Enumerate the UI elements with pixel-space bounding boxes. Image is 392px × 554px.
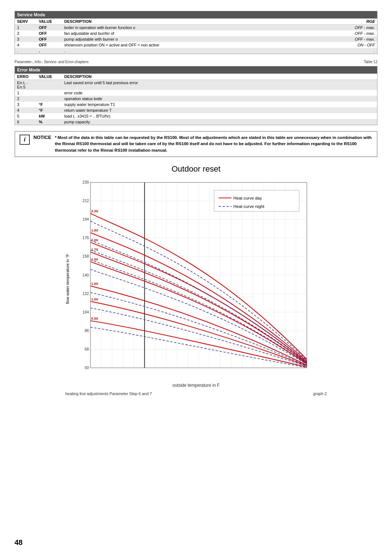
service-row: 3 OFF pump adjustable with burner o OFF … xyxy=(15,36,377,42)
service-row: 4 OFF showroom position ON = active and … xyxy=(15,42,377,48)
svg-text:Heat curve night: Heat curve night xyxy=(233,204,265,209)
service-row: . . . . xyxy=(15,48,377,54)
chart-footer-left: heating line adjustments Parameter Step … xyxy=(65,391,152,396)
svg-text:212: 212 xyxy=(82,198,89,203)
svg-text:86: 86 xyxy=(85,328,89,333)
chart-footer-right: graph 2 xyxy=(313,391,327,396)
svg-text:194: 194 xyxy=(82,217,89,221)
svg-text:2.30: 2.30 xyxy=(91,209,98,213)
range-cell: OFF - max. xyxy=(334,30,377,36)
svg-text:1.80: 1.80 xyxy=(91,228,98,232)
serv-cell: . xyxy=(15,48,37,54)
serv-cell: 4 xyxy=(15,42,37,48)
page-number: 48 xyxy=(15,538,23,547)
serv-col-header: SERV xyxy=(15,19,37,25)
svg-text:Heat curve day: Heat curve day xyxy=(233,195,262,200)
serv-cell: 2 xyxy=(15,30,37,36)
parameter-note: Parameter-, Info-, Service- and Error-ch… xyxy=(15,60,89,64)
svg-text:68: 68 xyxy=(85,347,89,351)
service-mode-header: Service Mode xyxy=(15,11,377,19)
error-value-cell xyxy=(37,90,62,96)
chart-title: Outdoor reset xyxy=(65,164,327,174)
desc-cell: pump adjustable with burner o xyxy=(62,36,334,42)
error-desc-cell: Last saved error until 5 last previous e… xyxy=(62,80,377,90)
erro-cell: Err.L - Err.5 xyxy=(15,80,37,90)
error-value-cell: kW xyxy=(37,113,62,119)
error-desc-cell: pump capacity xyxy=(62,119,377,125)
serv-cell: 3 xyxy=(15,36,37,42)
erro-cell: 3 xyxy=(15,102,37,107)
erro-cell: 5 xyxy=(15,113,37,119)
svg-text:0.50: 0.50 xyxy=(91,316,98,320)
error-mode-header: Error Mode xyxy=(15,66,377,74)
svg-text:2.00: 2.00 xyxy=(91,238,98,242)
desc-cell: boiler in operation with burner function… xyxy=(62,25,334,31)
error-row: 1 error code xyxy=(15,90,377,96)
svg-text:1.50: 1.50 xyxy=(91,257,98,261)
error-desc-cell: return water temperature T xyxy=(62,107,377,113)
error-row: 6 % pump capacity xyxy=(15,119,377,125)
error-desc-cell: load (.. x3415 = .. BTU/hr) xyxy=(62,113,377,119)
chart-x-label: outside temperature in F xyxy=(65,383,327,388)
serv-cell: 1 xyxy=(15,25,37,31)
notice-text: * Most of the data in this table can be … xyxy=(55,135,372,153)
service-mode-table: Service Mode SERV VALUE DESCRIPTION RGE … xyxy=(15,11,377,54)
notice-icon: i xyxy=(20,135,30,145)
value-cell: OFF xyxy=(37,30,62,36)
value-col-header: VALUE xyxy=(37,19,62,25)
svg-text:122: 122 xyxy=(82,291,89,295)
error-value-col-header: VALUE xyxy=(37,74,62,80)
error-desc-cell: error code xyxy=(62,90,377,96)
svg-text:1.00: 1.00 xyxy=(91,282,98,286)
error-row: 2 operation status boile xyxy=(15,96,377,102)
erro-cell: 4 xyxy=(15,107,37,113)
svg-text:1.75: 1.75 xyxy=(91,247,98,251)
error-value-cell: % xyxy=(37,119,62,125)
svg-text:230: 230 xyxy=(82,180,89,184)
svg-text:50: 50 xyxy=(85,365,89,370)
desc-col-header: DESCRIPTION xyxy=(62,19,334,25)
error-value-cell xyxy=(37,80,62,90)
svg-text:104: 104 xyxy=(82,309,89,314)
range-cell: OFF - max. xyxy=(334,25,377,31)
desc-cell: showroom position ON = active and OFF = … xyxy=(62,42,334,48)
error-desc-col-header: DESCRIPTION xyxy=(62,74,377,80)
error-desc-cell: supply water temperature T1 xyxy=(62,102,377,107)
error-row: 3 °F supply water temperature T1 xyxy=(15,102,377,107)
error-row: Err.L - Err.5 Last saved error until 5 l… xyxy=(15,80,377,90)
value-cell: OFF xyxy=(37,25,62,31)
error-value-cell: °F xyxy=(37,102,62,107)
error-mode-table: Error Mode ERRO VALUE DESCRIPTION Err.L … xyxy=(15,66,377,125)
value-cell: . xyxy=(37,48,62,54)
error-value-cell xyxy=(37,96,62,102)
chart-container: Outdoor reset flow water temperature in … xyxy=(65,164,327,396)
svg-text:1.00: 1.00 xyxy=(91,297,98,301)
notice-box: i NOTICE * Most of the data in this tabl… xyxy=(15,131,377,157)
svg-text:176: 176 xyxy=(82,235,89,240)
value-cell: OFF xyxy=(37,36,62,42)
notice-label: NOTICE xyxy=(33,135,51,140)
value-cell: OFF xyxy=(37,42,62,48)
erro-cell: 1 xyxy=(15,90,37,96)
range-col-header: RGE xyxy=(334,19,377,25)
error-value-cell: °F xyxy=(37,107,62,113)
erro-cell: 6 xyxy=(15,119,37,125)
chart-footer: heating line adjustments Parameter Step … xyxy=(65,391,327,396)
service-row: 2 OFF fan adjustable and burrfer of OFF … xyxy=(15,30,377,36)
error-row: 4 °F return water temperature T xyxy=(15,107,377,113)
y-axis-label: flow water temperature in °F xyxy=(65,254,70,304)
erro-col-header: ERRO xyxy=(15,74,37,80)
svg-text:140: 140 xyxy=(82,272,89,277)
erro-cell: 2 xyxy=(15,96,37,102)
desc-cell: fan adjustable and burrfer of xyxy=(62,30,334,36)
service-row: 1 OFF boiler in operation with burner fu… xyxy=(15,25,377,31)
range-cell: OFF - max. xyxy=(334,36,377,42)
error-desc-cell: operation status boile xyxy=(62,96,377,102)
table-caption: Table 12 xyxy=(364,60,377,64)
desc-cell: . xyxy=(62,48,334,54)
svg-text:158: 158 xyxy=(82,254,89,258)
error-row: 5 kW load (.. x3415 = .. BTU/hr) xyxy=(15,113,377,119)
range-cell: . xyxy=(334,48,377,54)
range-cell: ON - OFF xyxy=(334,42,377,48)
chart-svg: 50 68 86 104 122 140 158 176 194 212 230… xyxy=(71,177,311,381)
